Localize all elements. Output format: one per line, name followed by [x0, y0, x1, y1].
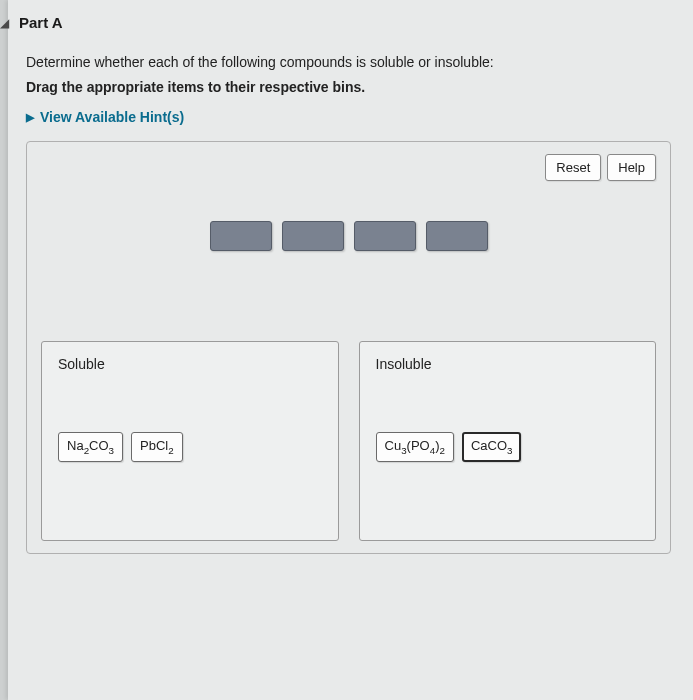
compound-chip-pbcl2[interactable]: PbCl2 — [131, 432, 183, 462]
part-header: ◢ Part A — [8, 0, 693, 51]
insoluble-bin-contents: Cu3(PO4)2 CaCO3 — [376, 432, 640, 462]
question-instructions: Determine whether each of the following … — [26, 51, 671, 73]
content-area: Determine whether each of the following … — [8, 51, 693, 576]
collapse-arrow-icon: ◢ — [0, 16, 9, 30]
placeholder-chip[interactable] — [354, 221, 416, 251]
hints-label: View Available Hint(s) — [40, 109, 184, 125]
view-hints-toggle[interactable]: ▶ View Available Hint(s) — [26, 109, 671, 125]
compound-chip-cu3po42[interactable]: Cu3(PO4)2 — [376, 432, 454, 462]
page-container: ◢ Part A Determine whether each of the f… — [8, 0, 693, 700]
insoluble-bin[interactable]: Insoluble Cu3(PO4)2 CaCO3 — [359, 341, 657, 541]
drag-instructions: Drag the appropriate items to their resp… — [26, 79, 671, 95]
workspace-panel: Reset Help Soluble Na2CO3 PbCl2 — [26, 141, 671, 554]
triangle-right-icon: ▶ — [26, 111, 34, 124]
workspace-toolbar: Reset Help — [41, 154, 656, 181]
bin-label-insoluble: Insoluble — [376, 356, 640, 372]
bins-row: Soluble Na2CO3 PbCl2 Insoluble Cu3(PO4)2… — [41, 341, 656, 541]
soluble-bin-contents: Na2CO3 PbCl2 — [58, 432, 322, 462]
placeholder-chip[interactable] — [426, 221, 488, 251]
placeholder-chip[interactable] — [282, 221, 344, 251]
placeholder-chip[interactable] — [210, 221, 272, 251]
bin-label-soluble: Soluble — [58, 356, 322, 372]
reset-button[interactable]: Reset — [545, 154, 601, 181]
compound-chip-caco3[interactable]: CaCO3 — [462, 432, 522, 462]
part-title: Part A — [19, 14, 63, 31]
help-button[interactable]: Help — [607, 154, 656, 181]
compound-chip-na2co3[interactable]: Na2CO3 — [58, 432, 123, 462]
staging-area[interactable] — [41, 211, 656, 271]
soluble-bin[interactable]: Soluble Na2CO3 PbCl2 — [41, 341, 339, 541]
